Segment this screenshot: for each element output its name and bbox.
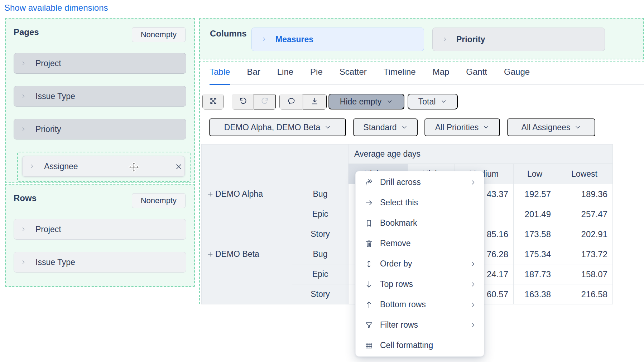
chevron-down-icon <box>325 124 331 131</box>
undo-button[interactable] <box>232 94 254 109</box>
context-menu-item-remove[interactable]: Remove <box>356 233 484 254</box>
columns-item-measures[interactable]: Measures <box>251 28 424 51</box>
columns-item-priority[interactable]: Priority <box>432 28 605 51</box>
tab-line[interactable]: Line <box>277 67 293 85</box>
tab-gantt[interactable]: Gantt <box>466 67 487 85</box>
tab-table[interactable]: Table <box>210 67 230 85</box>
context-menu-item-bottom-rows[interactable]: Bottom rows <box>356 294 484 315</box>
rows-item-project[interactable]: Project <box>14 219 186 240</box>
pages-item-priority[interactable]: Priority <box>14 119 186 140</box>
expand-button[interactable] <box>202 94 224 109</box>
tab-bar[interactable]: Bar <box>247 67 260 85</box>
row-header-issue-type-bug[interactable]: Bug <box>292 184 349 204</box>
expand-plus-icon[interactable] <box>207 251 214 258</box>
show-available-dimensions-link[interactable]: Show available dimensions <box>4 3 108 13</box>
filter-all-assignees[interactable]: All Assignees <box>507 118 595 136</box>
redo-button[interactable] <box>254 94 276 109</box>
filter-demo-alpha-demo-beta[interactable]: DEMO Alpha, DEMO Beta <box>209 118 346 136</box>
filter-label: All Priorities <box>435 123 479 132</box>
dimension-label: Issue Type <box>35 258 75 267</box>
toolbar-group-history <box>232 94 276 109</box>
tab-timeline[interactable]: Timeline <box>384 67 416 85</box>
chevron-right-icon <box>20 60 26 66</box>
pages-panel: Pages Nonempty ProjectIssue TypePriority… <box>5 18 195 183</box>
pages-nonempty-button[interactable]: Nonempty <box>132 27 186 42</box>
filter-all-priorities[interactable]: All Priorities <box>424 118 500 136</box>
row-header-issue-type-story[interactable]: Story <box>292 284 349 304</box>
filter-label: Standard <box>363 123 397 132</box>
chevron-right-icon <box>261 36 267 42</box>
columns-item-label: Measures <box>275 35 313 44</box>
drill-across-icon <box>364 178 374 187</box>
data-cell[interactable]: 192.57 <box>514 184 556 204</box>
data-cell[interactable]: 173.72 <box>556 244 613 264</box>
dimension-label: Priority <box>35 124 61 134</box>
data-cell[interactable]: 163.38 <box>514 284 556 304</box>
close-icon[interactable] <box>174 162 183 171</box>
download-button[interactable] <box>303 94 327 109</box>
row-header-project-demo-beta[interactable]: DEMO Beta <box>202 244 292 304</box>
chevron-right-icon <box>29 163 35 169</box>
sort-vertical-icon <box>364 259 374 269</box>
rows-item-issue-type[interactable]: Issue Type <box>14 252 186 273</box>
tab-scatter[interactable]: Scatter <box>340 67 367 85</box>
filter-label: DEMO Alpha, DEMO Beta <box>224 123 320 132</box>
data-cell[interactable]: 201.49 <box>514 204 556 224</box>
submenu-chevron-icon <box>470 260 477 268</box>
row-header-issue-type-epic[interactable]: Epic <box>292 264 349 284</box>
pages-item-project[interactable]: Project <box>14 53 186 74</box>
context-menu-item-filter-rows[interactable]: Filter rows <box>356 315 484 335</box>
data-cell[interactable]: 187.73 <box>514 264 556 284</box>
columns-item-label: Priority <box>456 35 485 44</box>
chart-type-tabs: TableBarLinePieScatterTimelineMapGanttGa… <box>210 67 530 85</box>
context-menu-item-order-by[interactable]: Order by <box>356 254 484 274</box>
context-menu-item-top-rows[interactable]: Top rows <box>356 274 484 294</box>
hide-empty-dropdown[interactable]: Hide empty <box>328 94 404 109</box>
context-menu-item-cell-formatting[interactable]: Cell formatting <box>356 335 484 356</box>
row-header-issue-type-bug[interactable]: Bug <box>292 244 349 264</box>
pages-title: Pages <box>14 27 39 37</box>
row-header-issue-type-epic[interactable]: Epic <box>292 204 349 224</box>
pages-item-issue-type[interactable]: Issue Type <box>14 86 186 107</box>
context-menu-item-bookmark[interactable]: Bookmark <box>356 213 484 233</box>
table-corner-cell <box>202 145 349 184</box>
data-cell[interactable]: 216.58 <box>556 284 613 304</box>
expand-plus-icon[interactable] <box>207 191 214 198</box>
measure-header-cell[interactable]: Average age days <box>349 145 613 164</box>
submenu-chevron-icon <box>470 322 477 329</box>
rows-nonempty-button[interactable]: Nonempty <box>132 193 186 208</box>
filter-icon <box>364 321 374 330</box>
project-label: DEMO Beta <box>215 249 259 259</box>
comment-button[interactable] <box>279 94 303 109</box>
move-cursor-icon[interactable] <box>128 161 140 173</box>
rows-panel: Rows Nonempty ProjectIssue Type <box>5 184 195 287</box>
toolbar-group-expand <box>202 94 224 109</box>
arrow-up-icon <box>364 300 374 309</box>
data-cell[interactable]: 257.47 <box>556 204 613 224</box>
submenu-chevron-icon <box>470 281 477 288</box>
column-header-lowest[interactable]: Lowest <box>556 164 613 184</box>
chevron-down-icon <box>386 98 393 105</box>
dimension-label: Project <box>35 59 61 68</box>
data-cell[interactable]: 173.58 <box>514 224 556 244</box>
context-menu-item-select-this[interactable]: Select this <box>356 192 484 213</box>
tab-gauge[interactable]: Gauge <box>504 67 530 85</box>
data-cell[interactable]: 202.91 <box>556 224 613 244</box>
data-cell[interactable]: 175.34 <box>514 244 556 264</box>
data-cell[interactable]: 158.07 <box>556 264 613 284</box>
column-header-low[interactable]: Low <box>514 164 556 184</box>
hide-empty-label: Hide empty <box>340 97 381 107</box>
data-cell[interactable]: 189.36 <box>556 184 613 204</box>
pages-item-assignee-dragging[interactable]: Assignee <box>22 156 185 177</box>
row-header-project-demo-alpha[interactable]: DEMO Alpha <box>202 184 292 244</box>
total-dropdown[interactable]: Total <box>408 94 458 109</box>
filter-standard[interactable]: Standard <box>353 118 418 136</box>
tab-pie[interactable]: Pie <box>310 67 323 85</box>
filter-label: All Assignees <box>522 123 571 132</box>
context-menu-item-drill-across[interactable]: Drill across <box>356 172 484 192</box>
bookmark-icon <box>364 219 374 228</box>
context-menu-item-label: Drill across <box>380 177 470 187</box>
context-menu-item-label: Order by <box>380 259 470 269</box>
row-header-issue-type-story[interactable]: Story <box>292 224 349 244</box>
tab-map[interactable]: Map <box>433 67 450 85</box>
